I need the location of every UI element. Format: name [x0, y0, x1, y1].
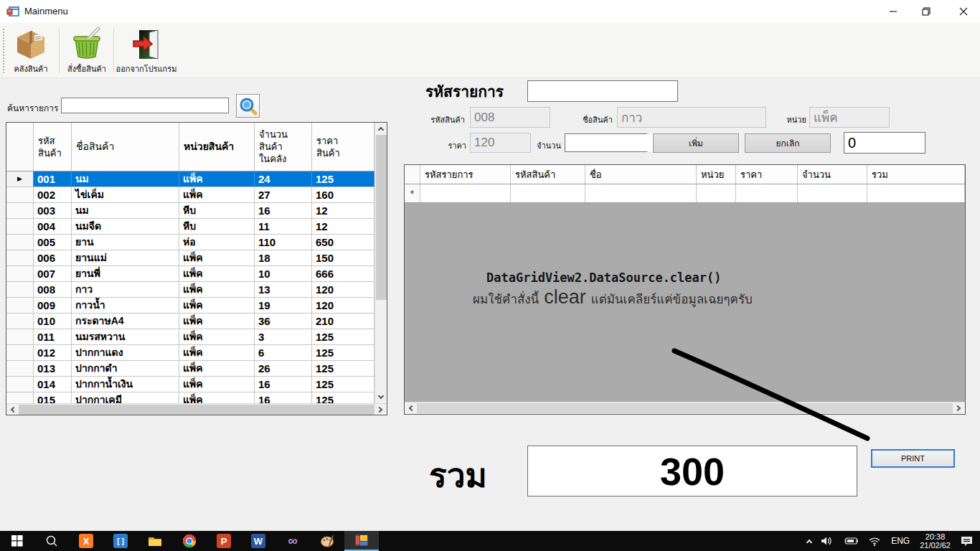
scroll-right-arrow-icon[interactable] — [374, 404, 387, 415]
scroll-left-arrow-icon[interactable] — [6, 404, 19, 415]
taskbar-item-paint[interactable] — [310, 531, 344, 551]
cell-unit: แพ็ค — [179, 329, 255, 345]
table-row[interactable]: ▶ 001 นม แพ็ค 24 125 — [6, 171, 374, 187]
scroll-right-arrow-icon[interactable] — [953, 402, 965, 414]
horizontal-scrollbar[interactable] — [405, 402, 965, 414]
taskbar-item-visual-studio[interactable]: ∞ — [275, 531, 310, 551]
order-grid-header: รหัสรายการ รหัสสินค้า ชื่อ หน่วย ราคา จำ… — [405, 165, 965, 184]
volume-icon[interactable] — [821, 536, 834, 546]
table-row[interactable]: 014 ปากกาน้ำเงิน แพ็ค 16 125 — [6, 377, 374, 392]
start-button[interactable] — [0, 531, 34, 551]
exit-button[interactable]: ออกจากโปรแกรม — [116, 25, 176, 77]
cell-unit: แพ็ค — [179, 345, 255, 361]
search-button[interactable] — [236, 94, 260, 118]
order-code-input[interactable] — [527, 80, 678, 102]
taskbar-item-xampp[interactable]: X — [69, 531, 103, 551]
search-input[interactable] — [61, 98, 229, 113]
column-header-product-code[interactable]: รหัสสินค้า — [511, 165, 585, 184]
table-row[interactable]: 009 กาวน้ำ แพ็ค 19 120 — [6, 298, 374, 314]
taskbar-item-chrome[interactable] — [172, 531, 207, 551]
table-row[interactable]: 011 นมรสหวาน แพ็ค 3 125 — [6, 329, 374, 345]
amount-field[interactable] — [844, 132, 925, 154]
battery-icon[interactable] — [844, 537, 858, 545]
scrollbar-thumb[interactable] — [376, 135, 387, 300]
app-window-icon — [354, 533, 369, 547]
scrollbar-thumb[interactable] — [417, 403, 953, 413]
column-header-price[interactable]: ราคา — [736, 165, 798, 184]
stock-button[interactable]: คลังสินค้า — [6, 25, 56, 77]
cell-code: 014 — [34, 377, 72, 392]
column-header-selector[interactable] — [6, 123, 34, 171]
table-row[interactable]: 003 นม หีบ 16 12 — [6, 203, 374, 219]
cell-name: กาว — [72, 282, 179, 298]
cell-name: ปากกาดำ — [72, 361, 179, 377]
column-header-selector[interactable] — [405, 165, 420, 184]
action-center-icon[interactable] — [961, 536, 973, 547]
column-header-name[interactable]: ชื่อสินค้า — [72, 123, 179, 171]
table-row[interactable]: 008 กาว แพ็ค 13 120 — [6, 282, 374, 298]
cell-unit: ห่อ — [179, 235, 255, 250]
scroll-up-arrow-icon[interactable] — [375, 123, 387, 135]
language-indicator[interactable]: ENG — [891, 536, 910, 546]
close-button[interactable] — [947, 0, 980, 23]
tray-expand-icon[interactable] — [806, 539, 812, 545]
table-row[interactable]: 002 ไข่เค็ม แพ็ค 27 160 — [6, 187, 374, 203]
table-row[interactable]: 005 ยาน ห่อ 110 650 — [6, 235, 374, 250]
taskbar-item-file-explorer[interactable] — [138, 531, 172, 551]
empty-cell — [585, 184, 697, 202]
column-header-total[interactable]: รวม — [867, 165, 965, 184]
table-row[interactable]: 015 ปากกาเคมี แพ็ค 16 125 — [6, 392, 374, 403]
table-row[interactable]: 012 ปากกาแดง แพ็ค 6 125 — [6, 345, 374, 361]
toolbar-gripper[interactable] — [3, 29, 4, 73]
cell-code: 006 — [34, 250, 72, 266]
order-grid-new-row[interactable]: * — [405, 184, 965, 203]
scrollbar-thumb[interactable] — [19, 405, 374, 415]
column-header-code[interactable]: รหัส สินค้า — [34, 123, 72, 171]
minimize-button[interactable] — [877, 0, 910, 23]
table-row[interactable]: 006 ยานแม่ แพ็ค 18 150 — [6, 250, 374, 266]
visual-studio-icon: ∞ — [288, 533, 298, 549]
table-row[interactable]: 013 ปากกาดำ แพ็ค 26 125 — [6, 361, 374, 377]
app-window-icon — [6, 5, 19, 18]
quantity-stepper[interactable] — [565, 133, 647, 152]
cell-qty: 110 — [255, 235, 312, 250]
column-header-unit[interactable]: หน่วยสินค้า — [179, 123, 255, 171]
taskbar-item-app-active[interactable] — [344, 531, 379, 551]
restore-button[interactable] — [910, 0, 943, 23]
column-header-qty[interactable]: จำนวน — [798, 165, 867, 184]
print-button[interactable]: PRINT — [871, 449, 955, 468]
column-header-qty[interactable]: จำนวน สินค้า ในคลัง — [255, 123, 312, 171]
column-header-price[interactable]: ราคา สินค้า — [312, 123, 374, 171]
scroll-left-arrow-icon[interactable] — [405, 402, 417, 414]
column-header-name[interactable]: ชื่อ — [585, 165, 697, 184]
wifi-icon[interactable] — [868, 537, 881, 546]
taskbar-search-button[interactable] — [34, 531, 69, 551]
product-grid: รหัส สินค้า ชื่อสินค้า หน่วยสินค้า จำนวน… — [6, 122, 387, 415]
annotation-note-suffix: แต่มันเคลียร์แค่ข้อมูลเฉยๆครับ — [591, 289, 753, 309]
taskbar-item-word[interactable]: W — [241, 531, 275, 551]
unit-field — [809, 107, 890, 128]
horizontal-scrollbar[interactable] — [6, 403, 387, 415]
scroll-down-arrow-icon[interactable] — [375, 391, 387, 403]
unit-label: หน่วย — [775, 113, 806, 126]
column-header-unit[interactable]: หน่วย — [697, 165, 736, 184]
cell-unit: แพ็ค — [179, 282, 255, 298]
cell-unit: หีบ — [179, 219, 255, 235]
order-button[interactable]: สั่งซื้อสินค้า — [62, 25, 112, 77]
cell-name: นมจืด — [72, 219, 179, 235]
box-icon — [14, 27, 48, 61]
empty-cell — [867, 184, 965, 202]
taskbar-item-powerpoint[interactable]: P — [207, 531, 241, 551]
file-explorer-icon — [148, 534, 162, 548]
add-button[interactable]: เพิ่ม — [653, 133, 739, 153]
clock[interactable]: 20:38 21/02/62 — [920, 532, 951, 550]
table-row[interactable]: 004 นมจืด หีบ 11 12 — [6, 219, 374, 235]
table-row[interactable]: 010 กระดาษA4 แพ็ค 36 210 — [6, 314, 374, 329]
column-header-order-code[interactable]: รหัสรายการ — [420, 165, 511, 184]
vertical-scrollbar[interactable] — [374, 123, 387, 403]
total-value: 300 — [660, 449, 725, 494]
taskbar-item-code-editor[interactable]: [] — [103, 531, 138, 551]
clock-date: 21/02/62 — [920, 541, 951, 550]
table-row[interactable]: 007 ยานพี่ แพ็ค 10 666 — [6, 266, 374, 282]
cancel-button[interactable]: ยกเลิก — [745, 133, 831, 153]
